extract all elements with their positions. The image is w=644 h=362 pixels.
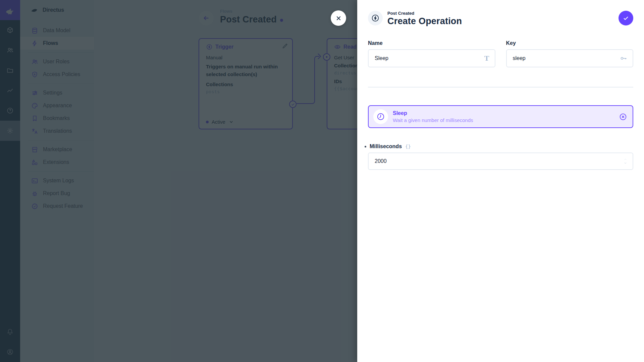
- operation-card-description: Wait a given number of milliseconds: [393, 117, 473, 123]
- check-icon: [622, 14, 630, 22]
- operation-card-name: Sleep: [393, 110, 473, 116]
- close-icon: [335, 15, 342, 22]
- stepper-up-icon[interactable]: [623, 158, 628, 161]
- drawer-header: Post Created Create Operation: [357, 0, 644, 29]
- key-field-group: Key: [506, 40, 634, 67]
- drawer-body: Name T Key: [357, 40, 644, 170]
- operation-header-icon: [368, 11, 383, 25]
- name-field-group: Name T: [368, 40, 495, 67]
- drawer-breadcrumb: Post Created: [387, 11, 633, 16]
- milliseconds-input[interactable]: [369, 153, 633, 169]
- name-input[interactable]: [369, 50, 495, 67]
- section-divider: [368, 87, 633, 87]
- sleep-operation-icon-circle: [373, 109, 388, 124]
- raw-value-toggle-icon[interactable]: {}: [405, 144, 411, 149]
- close-drawer-button[interactable]: [331, 10, 346, 26]
- x-circle-icon: [619, 113, 627, 121]
- milliseconds-input-wrapper: [368, 153, 633, 170]
- title-formatter-icon[interactable]: T: [484, 54, 489, 63]
- name-label: Name: [368, 40, 495, 46]
- deselect-operation-button[interactable]: [619, 113, 627, 121]
- key-input[interactable]: [507, 50, 633, 67]
- save-button[interactable]: [619, 11, 633, 25]
- bolt-circle-icon: [371, 14, 380, 22]
- key-icon: [620, 55, 627, 62]
- directus-app: Directus Data Model Flows User Roles: [0, 0, 644, 362]
- key-input-wrapper: [506, 49, 634, 67]
- number-stepper: [623, 158, 628, 165]
- milliseconds-label: Milliseconds: [370, 143, 402, 149]
- drawer-overlay[interactable]: [0, 0, 357, 362]
- stepper-down-icon[interactable]: [623, 162, 628, 165]
- create-operation-drawer: Post Created Create Operation Name T Key: [357, 0, 644, 362]
- selected-operation-card[interactable]: Sleep Wait a given number of millisecond…: [368, 105, 633, 128]
- name-input-wrapper: T: [368, 49, 495, 67]
- clock-icon: [376, 112, 385, 121]
- required-dot: [365, 146, 366, 147]
- milliseconds-field-group: Milliseconds {}: [368, 143, 633, 170]
- drawer-title: Create Operation: [387, 16, 633, 26]
- key-label: Key: [506, 40, 634, 46]
